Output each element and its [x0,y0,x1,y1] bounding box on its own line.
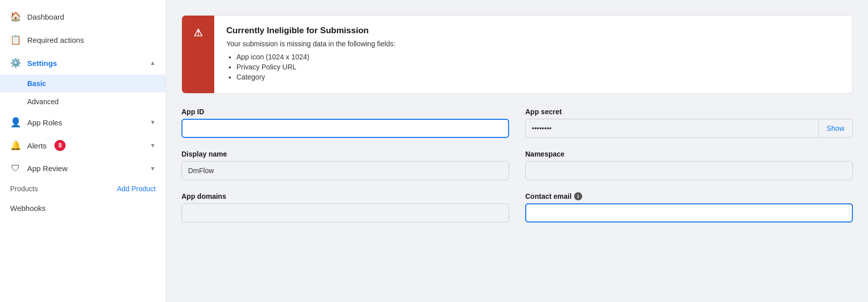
sidebar-item-app-roles-label: App Roles [27,118,62,127]
home-icon: 🏠 [10,11,21,22]
alert-list-item: Privacy Policy URL [236,63,840,71]
sidebar-item-settings-label: Settings [27,59,57,67]
app-secret-input[interactable] [525,119,819,138]
display-name-group: Display name [181,150,509,180]
contact-email-group: Contact email i [525,192,853,222]
settings-chevron-up-icon: ▲ [150,59,156,66]
sidebar-item-webhooks-label: Webhooks [10,204,46,212]
app-secret-label: App secret [525,108,853,116]
sidebar-item-dashboard-label: Dashboard [27,13,64,21]
display-name-label: Display name [181,150,509,158]
alert-list-item: Category [236,73,840,81]
app-review-chevron-icon: ▼ [150,165,156,172]
products-label: Products [10,185,38,193]
main-content: ⚠ Currently Ineligible for Submission Yo… [166,0,868,302]
alert-content: Currently Ineligible for Submission Your… [214,16,852,93]
shield-icon: 🛡 [10,163,21,174]
sidebar-item-app-review[interactable]: 🛡 App Review ▼ [0,157,166,180]
sidebar-item-alerts-label: Alerts [27,141,46,150]
add-product-link[interactable]: Add Product [117,185,156,193]
sidebar-subitem-basic[interactable]: Basic [0,74,166,93]
display-name-input[interactable] [181,161,509,180]
sidebar-item-webhooks[interactable]: Webhooks [0,198,166,218]
sidebar-item-app-review-label: App Review [27,164,68,173]
app-secret-row: Show [525,119,853,138]
contact-email-input[interactable] [525,203,853,222]
sidebar-item-alerts[interactable]: 🔔 Alerts 8 ▼ [0,134,166,157]
alert-title: Currently Ineligible for Submission [226,26,840,36]
bell-icon: 🔔 [10,140,21,151]
contact-email-label: Contact email i [525,192,853,200]
contact-email-info-icon[interactable]: i [574,192,582,200]
alert-red-bar: ⚠ [182,16,214,93]
sidebar-item-app-roles[interactable]: 👤 App Roles ▼ [0,111,166,134]
products-row: Products Add Product [0,180,166,198]
namespace-label: Namespace [525,150,853,158]
alert-list: App icon (1024 x 1024) Privacy Policy UR… [226,53,840,81]
app-domains-input[interactable] [181,203,509,222]
sidebar-subitem-advanced-label: Advanced [27,98,58,106]
sidebar-item-settings[interactable]: ⚙️ Settings ▲ [0,51,166,74]
app-secret-group: App secret Show [525,108,853,138]
app-domains-group: App domains [181,192,509,222]
alerts-badge: 8 [54,140,66,151]
app-id-input[interactable] [181,119,509,138]
app-id-label: App ID [181,108,509,116]
warning-icon: ⚠ [194,27,203,39]
alert-subtitle: Your submission is missing data in the f… [226,40,840,48]
list-icon: 📋 [10,34,21,45]
alert-list-item: App icon (1024 x 1024) [236,53,840,61]
alert-banner: ⚠ Currently Ineligible for Submission Yo… [181,15,853,94]
sidebar-item-required-actions-label: Required actions [27,36,84,44]
alerts-chevron-icon: ▼ [150,142,156,149]
app-domains-label: App domains [181,192,509,200]
form-grid: App ID App secret Show Display name Name… [181,108,853,222]
app-roles-chevron-icon: ▼ [150,119,156,126]
namespace-group: Namespace [525,150,853,180]
sidebar-item-required-actions[interactable]: 📋 Required actions [0,28,166,51]
namespace-input[interactable] [525,161,853,180]
sidebar-subitem-advanced[interactable]: Advanced [0,93,166,111]
show-secret-button[interactable]: Show [819,119,853,138]
app-id-group: App ID [181,108,509,138]
sidebar-subitem-basic-label: Basic [27,80,46,88]
sidebar-item-dashboard[interactable]: 🏠 Dashboard [0,5,166,28]
gear-icon: ⚙️ [10,57,21,68]
sidebar: 🏠 Dashboard 📋 Required actions ⚙️ Settin… [0,0,166,302]
person-icon: 👤 [10,117,21,128]
